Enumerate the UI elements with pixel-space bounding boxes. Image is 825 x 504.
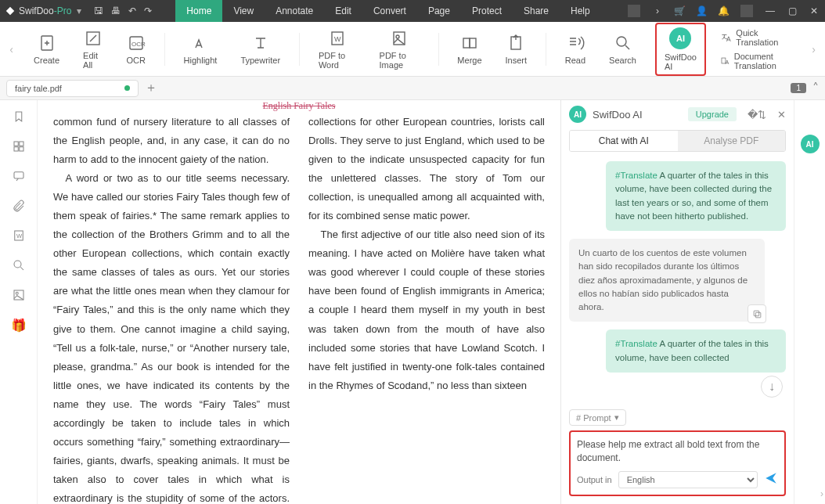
menu-convert[interactable]: Convert	[362, 0, 417, 22]
doc-text: collections for other European countries…	[308, 113, 545, 225]
app-logo: SwifDoo-Pro ▾	[0, 5, 86, 16]
copy-button[interactable]	[748, 304, 766, 323]
doc-text: common fund of nursery literature to all…	[53, 113, 290, 169]
tool-typewriter[interactable]: Typewriter	[236, 31, 285, 68]
prompt-chip[interactable]: # Prompt▾	[569, 409, 626, 426]
user-icon[interactable]: 👤	[695, 5, 708, 16]
doc-text: A word or two as to our title seems nece…	[53, 169, 290, 504]
svg-rect-9	[470, 38, 476, 48]
ai-tabs: Chat with AI Analyse PDF	[569, 130, 786, 152]
output-language-select[interactable]: English	[618, 471, 758, 488]
word-icon[interactable]: W	[12, 229, 26, 246]
ai-settings-icon[interactable]: �⇅	[748, 109, 766, 121]
tool-highlight[interactable]: Highlight	[179, 31, 222, 68]
ribbon-scroll-left-icon[interactable]: ‹	[8, 43, 15, 56]
menu-annotate[interactable]: Annotate	[265, 0, 324, 22]
search-sidebar-icon[interactable]	[12, 258, 26, 275]
svg-rect-12	[722, 58, 726, 63]
user-message: #Translate A quarter of the tales in thi…	[606, 161, 786, 231]
tab-count-badge: 1	[791, 83, 806, 93]
menu-protect[interactable]: Protect	[461, 0, 513, 22]
chevron-right-icon[interactable]: ›	[651, 5, 664, 16]
close-icon[interactable]: ✕	[808, 5, 820, 16]
tab-analyse-pdf[interactable]: Analyse PDF	[678, 131, 786, 151]
svg-rect-17	[14, 172, 23, 178]
redo-icon[interactable]: ↷	[144, 5, 152, 16]
tool-merge[interactable]: Merge	[452, 31, 486, 68]
menu-share[interactable]: Share	[513, 0, 560, 22]
ribbon-scroll-right-icon[interactable]: ›	[810, 43, 817, 56]
chat-messages: #Translate A quarter of the tales in thi…	[561, 158, 794, 405]
tab-chat-with-ai[interactable]: Chat with AI	[570, 131, 678, 151]
ai-close-icon[interactable]: ✕	[777, 109, 786, 121]
left-sidebar: W 🎁	[0, 100, 38, 504]
svg-rect-23	[755, 312, 761, 318]
quick-translation[interactable]: Quick Translation	[720, 28, 796, 47]
tool-create[interactable]: Create	[29, 31, 64, 68]
menu-view[interactable]: View	[222, 0, 265, 22]
svg-rect-16	[19, 147, 23, 151]
user-message: #Translate A quarter of the tales in thi…	[606, 329, 786, 373]
file-tab[interactable]: fairy tale.pdf	[6, 80, 139, 97]
svg-rect-24	[754, 311, 759, 316]
svg-rect-14	[19, 142, 23, 146]
bell-icon[interactable]: 🔔	[717, 5, 730, 16]
attachment-icon[interactable]	[12, 199, 26, 216]
upgrade-button[interactable]: Upgrade	[688, 107, 737, 121]
tool-pdf-to-word[interactable]: WPDF to Word	[314, 26, 361, 73]
document-translation[interactable]: Document Translation	[720, 52, 796, 70]
document-tabbar: fairy tale.pdf ＋ 1 ˄	[0, 77, 825, 100]
tool-search[interactable]: Search	[604, 31, 641, 68]
svg-rect-15	[14, 147, 18, 151]
document-view[interactable]: English Fairy Tales common fund of nurse…	[38, 100, 560, 504]
print-icon[interactable]: 🖶	[111, 5, 121, 16]
ai-rail-button[interactable]: AI	[801, 135, 820, 153]
svg-point-20	[14, 261, 21, 268]
comments-icon[interactable]	[12, 169, 26, 186]
svg-text:W: W	[16, 232, 23, 239]
svg-point-11	[617, 37, 626, 46]
image-icon[interactable]	[12, 288, 26, 305]
bottom-chevron-icon[interactable]: ›	[820, 488, 823, 499]
unsaved-dot-icon	[124, 85, 130, 91]
doc-header: English Fairy Tales	[38, 100, 560, 112]
svg-rect-8	[463, 38, 470, 48]
svg-point-7	[396, 35, 399, 38]
send-button[interactable]	[764, 471, 778, 488]
thumbnails-icon[interactable]	[12, 139, 26, 157]
svg-text:W: W	[334, 35, 341, 43]
save-icon[interactable]: 🖫	[94, 5, 103, 16]
brand-dropdown-icon[interactable]: ▾	[77, 5, 81, 16]
right-rail: AI	[794, 100, 825, 504]
svg-text:OCR: OCR	[131, 41, 146, 48]
tool-insert[interactable]: Insert	[501, 31, 532, 68]
brand-pro: -Pro	[54, 5, 72, 16]
tool-edit-all[interactable]: Edit All	[78, 26, 107, 73]
gift-icon[interactable]: 🎁	[11, 318, 27, 333]
undo-icon[interactable]: ↶	[128, 5, 136, 16]
minimize-icon[interactable]: —	[764, 5, 776, 16]
ai-input-text[interactable]: Please help me extract all bold text fro…	[577, 438, 778, 465]
menu-edit[interactable]: Edit	[324, 0, 362, 22]
bookmark-icon[interactable]	[12, 110, 26, 127]
ai-panel-icon: AI	[569, 106, 586, 123]
scroll-down-button[interactable]: ↓	[761, 376, 783, 398]
cart-icon[interactable]: 🛒	[673, 5, 686, 16]
ribbon: ‹ Create Edit All OCROCR Highlight Typew…	[0, 22, 825, 77]
svg-point-22	[16, 292, 18, 294]
tool-read[interactable]: Read	[560, 31, 590, 68]
chevron-down-icon: ▾	[614, 412, 619, 423]
menu-page[interactable]: Page	[417, 0, 461, 22]
ai-panel: AI SwifDoo AI Upgrade �⇅ ✕ Chat with AI …	[560, 100, 794, 504]
main-menu: Home View Annotate Edit Convert Page Pro…	[175, 0, 600, 22]
menu-help[interactable]: Help	[560, 0, 601, 22]
new-tab-button[interactable]: ＋	[145, 80, 157, 96]
tool-ocr[interactable]: OCROCR	[121, 31, 150, 68]
ai-panel-title: SwifDoo AI	[593, 109, 682, 121]
collapse-tabs-icon[interactable]: ˄	[812, 81, 819, 95]
maximize-icon[interactable]: ▢	[786, 5, 798, 16]
menu-home[interactable]: Home	[175, 0, 222, 22]
output-label: Output in	[577, 475, 612, 484]
tool-swifdoo-ai[interactable]: AISwifDoo AI	[655, 23, 706, 76]
tool-pdf-to-image[interactable]: PDF to Image	[375, 26, 424, 73]
